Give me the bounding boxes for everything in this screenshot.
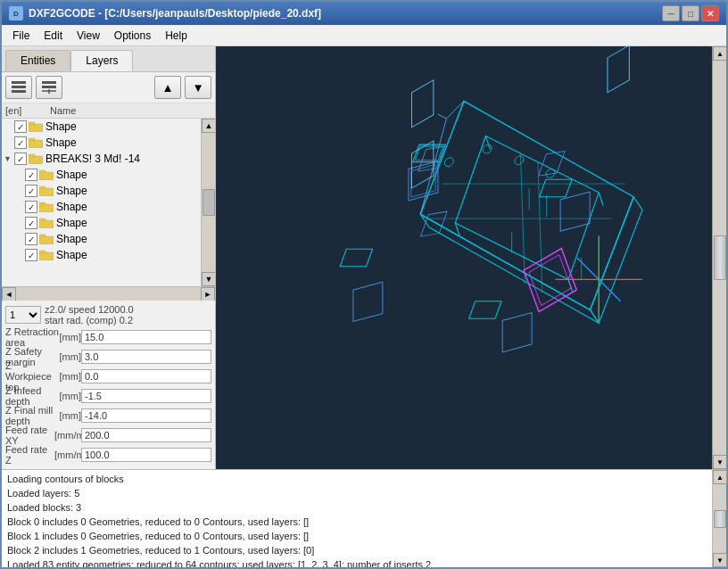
svg-rect-1: [12, 86, 26, 88]
tab-bar: Entities Layers: [2, 46, 215, 72]
svg-rect-9: [29, 140, 43, 148]
h-scroll-right[interactable]: ►: [201, 287, 215, 301]
svg-rect-16: [39, 186, 46, 189]
h-scroll-left[interactable]: ◄: [2, 287, 16, 301]
svg-rect-18: [39, 202, 46, 205]
svg-rect-15: [39, 188, 54, 196]
svg-rect-0: [12, 81, 26, 84]
collapse-button[interactable]: [36, 76, 62, 99]
header-en: [en]: [5, 105, 50, 116]
title-buttons: ─ □ ✕: [662, 5, 719, 21]
title-bar: D DXF2GCODE - [C:/Users/jeanpauls/Deskto…: [2, 2, 726, 25]
app-icon: D: [9, 6, 23, 21]
panel-toolbar: ▲ ▼: [2, 72, 215, 103]
svg-rect-12: [29, 154, 35, 157]
status-vscroll: ▲ ▼: [712, 470, 726, 567]
menu-file[interactable]: File: [5, 28, 37, 44]
status-line: Block 2 includes 1 Geometries, reduced t…: [7, 543, 707, 557]
left-panel: Entities Layers: [2, 46, 216, 469]
param-input[interactable]: [81, 448, 211, 462]
params-section: 1 z2.0/ speed 12000.0 start rad. (comp) …: [2, 301, 215, 469]
param-row: Z Workpiece top [mm]: [5, 367, 211, 385]
main-content: Entities Layers: [2, 46, 726, 469]
nav-up-button[interactable]: ▲: [154, 76, 181, 99]
status-log: Loading contours of blocksLoaded layers:…: [2, 470, 712, 567]
status-line: Loaded blocks: 3: [7, 500, 707, 515]
svg-rect-4: [42, 86, 56, 88]
tree-item[interactable]: Shape: [2, 135, 201, 151]
svg-rect-24: [39, 251, 46, 253]
param-input[interactable]: [81, 408, 211, 423]
tree-scroll-up[interactable]: ▲: [202, 119, 215, 133]
canvas-area[interactable]: [216, 46, 712, 469]
menu-edit[interactable]: Edit: [37, 28, 70, 44]
tree-item[interactable]: Shape: [2, 215, 201, 231]
list-view-button[interactable]: [5, 76, 32, 99]
tree-item[interactable]: Shape: [2, 247, 201, 263]
tree-item[interactable]: Shape: [2, 199, 201, 215]
svg-rect-20: [39, 219, 46, 221]
menu-view[interactable]: View: [70, 28, 107, 44]
tree-item[interactable]: ▼ BREAKS! 3 Md! -14: [2, 151, 201, 167]
svg-rect-23: [39, 252, 54, 260]
svg-rect-13: [39, 172, 54, 180]
svg-rect-7: [29, 124, 43, 132]
param-row: Z Infeed depth [mm]: [5, 387, 211, 405]
param-row: Feed rate XY [mm/min]: [5, 426, 211, 444]
status-line: Block 0 includes 0 Geometries, reduced t…: [7, 515, 707, 529]
canvas-wrapper: ▲ ▼: [216, 46, 726, 469]
svg-rect-22: [39, 235, 46, 237]
tree-item[interactable]: Shape: [2, 167, 201, 183]
status-scroll-up[interactable]: ▲: [713, 470, 727, 484]
svg-rect-19: [39, 220, 54, 228]
status-line: Loaded 83 entity geometries; reduced to …: [7, 557, 707, 567]
tree-item[interactable]: Shape: [2, 231, 201, 247]
main-window: D DXF2GCODE - [C:/Users/jeanpauls/Deskto…: [0, 0, 728, 569]
speed-row: 1 z2.0/ speed 12000.0 start rad. (comp) …: [5, 304, 211, 326]
menu-bar: File Edit View Options Help: [2, 25, 726, 46]
svg-rect-2: [12, 90, 26, 93]
tree-item[interactable]: Shape: [2, 119, 201, 135]
layer-tree[interactable]: Shape Shape▼ BREAKS! 3 Md! -14 Shape Sha…: [2, 119, 201, 286]
svg-rect-14: [39, 170, 46, 173]
maximize-button[interactable]: □: [682, 5, 699, 21]
tab-entities[interactable]: Entities: [5, 50, 70, 71]
status-line: Block 1 includes 0 Geometries, reduced t…: [7, 529, 707, 543]
status-scroll-down[interactable]: ▼: [713, 553, 727, 567]
menu-help[interactable]: Help: [158, 28, 194, 44]
svg-rect-8: [29, 122, 35, 125]
param-row: Feed rate Z [mm/min]: [5, 446, 211, 464]
param-input[interactable]: [81, 350, 211, 364]
svg-rect-17: [39, 204, 54, 212]
tree-item[interactable]: Shape: [2, 183, 201, 199]
close-button[interactable]: ✕: [701, 5, 719, 21]
param-input[interactable]: [81, 389, 211, 403]
tree-header: [en] Name: [2, 103, 215, 119]
header-name: Name: [50, 105, 211, 116]
svg-rect-21: [39, 236, 54, 244]
param-input[interactable]: [81, 330, 211, 344]
status-line: Loading contours of blocks: [7, 472, 707, 486]
speed-text2: start rad. (comp) 0.2: [45, 315, 134, 326]
param-row: Z Final mill depth [mm]: [5, 407, 211, 425]
window-title: DXF2GCODE - [C:/Users/jeanpauls/Desktop/…: [29, 7, 321, 20]
svg-rect-25: [216, 58, 712, 458]
svg-rect-10: [29, 138, 35, 141]
svg-rect-3: [42, 81, 56, 84]
param-input[interactable]: [81, 369, 211, 383]
menu-options[interactable]: Options: [107, 28, 158, 44]
minimize-button[interactable]: ─: [662, 5, 680, 21]
svg-rect-11: [29, 156, 43, 164]
canvas-scroll-up[interactable]: ▲: [713, 46, 726, 61]
bottom-section: Loading contours of blocksLoaded layers:…: [2, 469, 726, 567]
status-line: Loaded layers: 5: [7, 486, 707, 500]
param-input[interactable]: [81, 428, 211, 442]
tree-scroll-down[interactable]: ▼: [202, 272, 215, 286]
canvas-scroll-down[interactable]: ▼: [713, 455, 726, 469]
tab-layers[interactable]: Layers: [70, 50, 133, 71]
param-row: Z Retraction area [mm]: [5, 328, 211, 346]
speed-text1: z2.0/ speed 12000.0: [45, 304, 134, 315]
nav-down-button[interactable]: ▼: [185, 76, 211, 99]
speed-select[interactable]: 1: [5, 306, 41, 324]
